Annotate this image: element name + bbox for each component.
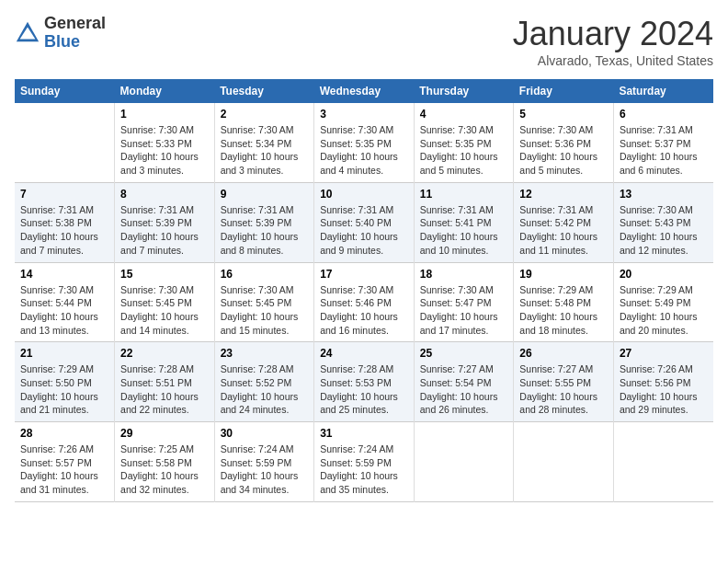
day-info: Sunrise: 7:26 AM Sunset: 5:57 PM Dayligh…	[20, 442, 108, 497]
title-block: January 2024 Alvarado, Texas, United Sta…	[513, 15, 713, 68]
week-row-4: 21Sunrise: 7:29 AM Sunset: 5:50 PM Dayli…	[15, 342, 713, 422]
day-number: 31	[320, 427, 408, 440]
calendar-cell: 6Sunrise: 7:31 AM Sunset: 5:37 PM Daylig…	[613, 103, 713, 182]
calendar-cell: 27Sunrise: 7:26 AM Sunset: 5:56 PM Dayli…	[613, 342, 713, 422]
day-info: Sunrise: 7:30 AM Sunset: 5:35 PM Dayligh…	[420, 123, 508, 178]
logo-general-text: General	[44, 14, 106, 32]
day-info: Sunrise: 7:26 AM Sunset: 5:56 PM Dayligh…	[620, 362, 708, 417]
calendar-cell: 20Sunrise: 7:29 AM Sunset: 5:49 PM Dayli…	[613, 262, 713, 342]
day-number: 24	[320, 347, 408, 360]
day-info: Sunrise: 7:30 AM Sunset: 5:33 PM Dayligh…	[120, 123, 209, 178]
day-number: 9	[221, 188, 309, 201]
day-number: 29	[120, 427, 209, 440]
day-info: Sunrise: 7:30 AM Sunset: 5:47 PM Dayligh…	[420, 283, 508, 338]
day-info: Sunrise: 7:30 AM Sunset: 5:34 PM Dayligh…	[221, 123, 309, 178]
day-number: 23	[221, 347, 309, 360]
calendar-cell: 1Sunrise: 7:30 AM Sunset: 5:33 PM Daylig…	[115, 103, 215, 182]
day-number: 30	[221, 427, 309, 440]
calendar-cell: 16Sunrise: 7:30 AM Sunset: 5:45 PM Dayli…	[214, 262, 314, 342]
day-number: 19	[519, 268, 608, 281]
day-number: 25	[420, 347, 508, 360]
day-info: Sunrise: 7:29 AM Sunset: 5:49 PM Dayligh…	[620, 283, 708, 338]
calendar-cell: 3Sunrise: 7:30 AM Sunset: 5:35 PM Daylig…	[314, 103, 415, 182]
calendar-cell: 28Sunrise: 7:26 AM Sunset: 5:57 PM Dayli…	[15, 422, 115, 502]
week-row-3: 14Sunrise: 7:30 AM Sunset: 5:44 PM Dayli…	[15, 262, 713, 342]
day-number: 2	[221, 108, 309, 121]
day-number: 17	[320, 268, 408, 281]
day-number: 18	[420, 268, 508, 281]
day-number: 26	[519, 347, 608, 360]
calendar-cell: 10Sunrise: 7:31 AM Sunset: 5:40 PM Dayli…	[314, 182, 415, 262]
calendar-cell	[414, 422, 514, 502]
day-info: Sunrise: 7:30 AM Sunset: 5:45 PM Dayligh…	[120, 283, 209, 338]
calendar-cell: 30Sunrise: 7:24 AM Sunset: 5:59 PM Dayli…	[214, 422, 314, 502]
calendar-cell: 13Sunrise: 7:30 AM Sunset: 5:43 PM Dayli…	[613, 182, 713, 262]
day-info: Sunrise: 7:27 AM Sunset: 5:55 PM Dayligh…	[519, 362, 608, 417]
day-info: Sunrise: 7:30 AM Sunset: 5:43 PM Dayligh…	[620, 203, 708, 258]
calendar-cell: 12Sunrise: 7:31 AM Sunset: 5:42 PM Dayli…	[514, 182, 614, 262]
day-info: Sunrise: 7:31 AM Sunset: 5:39 PM Dayligh…	[120, 203, 209, 258]
day-number: 14	[20, 268, 108, 281]
day-number: 27	[620, 347, 708, 360]
day-info: Sunrise: 7:28 AM Sunset: 5:51 PM Dayligh…	[120, 362, 209, 417]
day-info: Sunrise: 7:30 AM Sunset: 5:35 PM Dayligh…	[320, 123, 408, 178]
header-tuesday: Tuesday	[214, 79, 314, 103]
day-info: Sunrise: 7:28 AM Sunset: 5:53 PM Dayligh…	[320, 362, 408, 417]
day-number: 20	[620, 268, 708, 281]
day-info: Sunrise: 7:30 AM Sunset: 5:44 PM Dayligh…	[20, 283, 108, 338]
calendar-cell	[15, 103, 115, 182]
header-saturday: Saturday	[613, 79, 713, 103]
day-number: 13	[620, 188, 708, 201]
header-wednesday: Wednesday	[314, 79, 415, 103]
calendar-table: SundayMondayTuesdayWednesdayThursdayFrid…	[15, 79, 713, 502]
day-number: 28	[20, 427, 108, 440]
day-info: Sunrise: 7:27 AM Sunset: 5:54 PM Dayligh…	[420, 362, 508, 417]
day-number: 12	[519, 188, 608, 201]
calendar-cell: 31Sunrise: 7:24 AM Sunset: 5:59 PM Dayli…	[314, 422, 415, 502]
days-header-row: SundayMondayTuesdayWednesdayThursdayFrid…	[15, 79, 713, 103]
calendar-cell	[613, 422, 713, 502]
calendar-cell: 24Sunrise: 7:28 AM Sunset: 5:53 PM Dayli…	[314, 342, 415, 422]
day-number: 1	[120, 108, 209, 121]
calendar-cell: 15Sunrise: 7:30 AM Sunset: 5:45 PM Dayli…	[115, 262, 215, 342]
calendar-cell	[514, 422, 614, 502]
calendar-cell: 2Sunrise: 7:30 AM Sunset: 5:34 PM Daylig…	[214, 103, 314, 182]
day-info: Sunrise: 7:31 AM Sunset: 5:42 PM Dayligh…	[519, 203, 608, 258]
calendar-cell: 19Sunrise: 7:29 AM Sunset: 5:48 PM Dayli…	[514, 262, 614, 342]
calendar-cell: 21Sunrise: 7:29 AM Sunset: 5:50 PM Dayli…	[15, 342, 115, 422]
week-row-2: 7Sunrise: 7:31 AM Sunset: 5:38 PM Daylig…	[15, 182, 713, 262]
logo-icon	[15, 20, 40, 46]
header-friday: Friday	[514, 79, 614, 103]
header-monday: Monday	[115, 79, 215, 103]
calendar-cell: 23Sunrise: 7:28 AM Sunset: 5:52 PM Dayli…	[214, 342, 314, 422]
week-row-1: 1Sunrise: 7:30 AM Sunset: 5:33 PM Daylig…	[15, 103, 713, 182]
day-number: 5	[519, 108, 608, 121]
day-info: Sunrise: 7:25 AM Sunset: 5:58 PM Dayligh…	[120, 442, 209, 497]
calendar-cell: 4Sunrise: 7:30 AM Sunset: 5:35 PM Daylig…	[414, 103, 514, 182]
calendar-cell: 22Sunrise: 7:28 AM Sunset: 5:51 PM Dayli…	[115, 342, 215, 422]
calendar-cell: 25Sunrise: 7:27 AM Sunset: 5:54 PM Dayli…	[414, 342, 514, 422]
calendar-cell: 9Sunrise: 7:31 AM Sunset: 5:39 PM Daylig…	[214, 182, 314, 262]
calendar-cell: 17Sunrise: 7:30 AM Sunset: 5:46 PM Dayli…	[314, 262, 415, 342]
day-info: Sunrise: 7:30 AM Sunset: 5:46 PM Dayligh…	[320, 283, 408, 338]
day-info: Sunrise: 7:31 AM Sunset: 5:39 PM Dayligh…	[221, 203, 309, 258]
calendar-title: January 2024	[513, 15, 713, 53]
calendar-cell: 11Sunrise: 7:31 AM Sunset: 5:41 PM Dayli…	[414, 182, 514, 262]
day-info: Sunrise: 7:29 AM Sunset: 5:50 PM Dayligh…	[20, 362, 108, 417]
page-header: General Blue January 2024 Alvarado, Texa…	[15, 15, 713, 68]
day-info: Sunrise: 7:30 AM Sunset: 5:36 PM Dayligh…	[519, 123, 608, 178]
day-number: 16	[221, 268, 309, 281]
calendar-cell: 14Sunrise: 7:30 AM Sunset: 5:44 PM Dayli…	[15, 262, 115, 342]
day-number: 21	[20, 347, 108, 360]
calendar-cell: 5Sunrise: 7:30 AM Sunset: 5:36 PM Daylig…	[514, 103, 614, 182]
logo-blue-text: Blue	[44, 32, 80, 51]
week-row-5: 28Sunrise: 7:26 AM Sunset: 5:57 PM Dayli…	[15, 422, 713, 502]
day-number: 10	[320, 188, 408, 201]
day-number: 3	[320, 108, 408, 121]
day-number: 22	[120, 347, 209, 360]
day-info: Sunrise: 7:24 AM Sunset: 5:59 PM Dayligh…	[221, 442, 309, 497]
header-sunday: Sunday	[15, 79, 115, 103]
calendar-cell: 29Sunrise: 7:25 AM Sunset: 5:58 PM Dayli…	[115, 422, 215, 502]
day-number: 11	[420, 188, 508, 201]
day-info: Sunrise: 7:28 AM Sunset: 5:52 PM Dayligh…	[221, 362, 309, 417]
